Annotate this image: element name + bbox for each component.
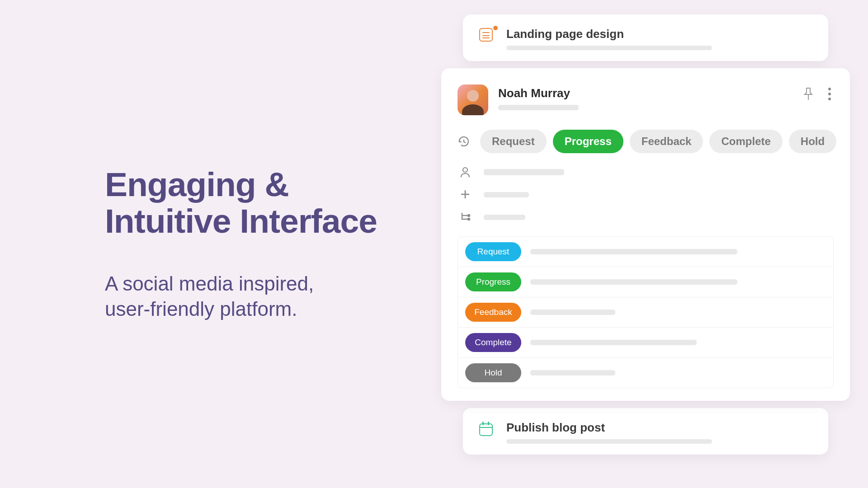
document-icon: [479, 28, 495, 44]
placeholder-line: [530, 279, 737, 285]
placeholder-line: [530, 310, 615, 315]
svg-point-5: [468, 215, 470, 216]
placeholder-line: [484, 169, 564, 175]
more-icon[interactable]: [828, 88, 831, 100]
task-card-title: Publish blog post: [506, 421, 712, 435]
task-row[interactable]: Progress: [458, 267, 833, 297]
person-icon: [459, 166, 472, 178]
subheading-line-1: A social media inspired,: [105, 272, 314, 295]
calendar-icon: [479, 422, 495, 438]
task-row[interactable]: Request: [458, 237, 833, 267]
subheading-line-2: user-friendly platform.: [105, 298, 297, 320]
hero-copy: Engaging & Intuitive Interface A social …: [0, 14, 434, 474]
status-chip-hold[interactable]: Hold: [789, 130, 836, 153]
avatar[interactable]: [458, 84, 488, 115]
history-icon[interactable]: [458, 136, 469, 147]
status-chip-complete[interactable]: Complete: [709, 130, 782, 153]
status-chip-progress[interactable]: Progress: [553, 130, 623, 153]
page-heading: Engaging & Intuitive Interface: [105, 166, 398, 239]
placeholder-line: [530, 340, 697, 345]
subtask-icon: [459, 211, 472, 224]
meta-row-assignee[interactable]: [459, 166, 834, 178]
heading-line-2: Intuitive Interface: [105, 202, 377, 240]
page-subheading: A social media inspired, user-friendly p…: [105, 271, 398, 322]
task-card-blog[interactable]: Publish blog post: [463, 408, 828, 455]
user-name: Noah Murray: [498, 86, 579, 100]
meta-row-add[interactable]: [459, 188, 834, 201]
heading-line-1: Engaging &: [105, 165, 289, 203]
task-row[interactable]: Complete: [458, 328, 833, 358]
placeholder-line: [506, 439, 712, 444]
placeholder-line: [498, 105, 579, 110]
placeholder-line: [530, 370, 615, 375]
status-chip-feedback[interactable]: Feedback: [630, 130, 703, 153]
task-card-title: Landing page design: [506, 27, 712, 41]
status-badge: Request: [465, 242, 521, 261]
task-card-landing[interactable]: Landing page design: [463, 14, 828, 61]
svg-point-1: [463, 168, 467, 172]
status-badge: Hold: [465, 363, 521, 382]
task-row[interactable]: Hold: [458, 358, 833, 388]
plus-icon: [459, 188, 472, 201]
meta-row-subtask[interactable]: [459, 211, 834, 224]
task-row[interactable]: Feedback: [458, 297, 833, 328]
status-badge: Progress: [465, 272, 521, 291]
status-badge: Feedback: [465, 303, 521, 322]
pin-icon[interactable]: [803, 87, 814, 101]
status-chip-request[interactable]: Request: [480, 130, 547, 153]
placeholder-line: [506, 46, 712, 50]
placeholder-line: [484, 215, 525, 220]
status-badge: Complete: [465, 333, 521, 352]
task-detail-card: Noah Murray: [441, 68, 850, 401]
task-status-list: RequestProgressFeedbackCompleteHold: [458, 236, 834, 388]
placeholder-line: [530, 249, 737, 254]
svg-point-4: [468, 218, 470, 220]
status-filter-row: RequestProgressFeedbackCompleteHold: [458, 130, 834, 153]
placeholder-line: [484, 192, 529, 197]
notification-dot-icon: [493, 26, 498, 30]
